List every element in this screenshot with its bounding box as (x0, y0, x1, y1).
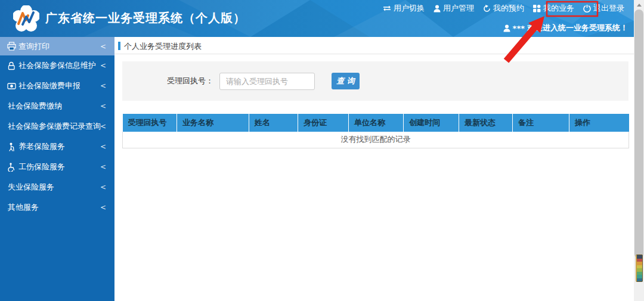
app-window: 广东省统一业务受理系统（个人版） 用户切换 用户管理 (0, 0, 644, 301)
receipt-number-input[interactable] (219, 73, 315, 90)
user-icon (503, 24, 510, 32)
topbar-link-label: 用户切换 (394, 3, 425, 14)
welcome-user-masked: *** (513, 24, 525, 33)
switch-user-icon (383, 5, 391, 12)
floating-plugin-widget[interactable] (636, 255, 643, 282)
sidebar-item-label: 社会保险费缴纳 (8, 101, 62, 111)
lock-icon (7, 61, 16, 70)
page-title: 广东省统一业务受理系统（个人版） (45, 10, 246, 26)
sidebar-item-label: 失业保险服务 (8, 182, 54, 193)
wheelchair-icon (7, 163, 16, 172)
chevron-left-icon: < (100, 82, 106, 90)
topbar-link-label: 用户管理 (443, 3, 474, 14)
sidebar-item-label: 其他服务 (8, 202, 39, 213)
scrollbar-thumb[interactable] (634, 10, 643, 258)
query-button[interactable]: 查 询 (332, 73, 360, 89)
topbar-link-logout[interactable]: 退出登录 (583, 3, 624, 14)
col-business-name: 业务名称 (177, 114, 249, 132)
chevron-left-icon: < (100, 42, 106, 51)
col-action: 操作 (569, 114, 629, 132)
col-latest-status: 最新状态 (459, 114, 513, 132)
chevron-left-icon: < (100, 183, 106, 191)
sidebar-item-label: 社会保险缴费申报 (18, 80, 80, 91)
sidebar-item-label: 养老保险服务 (18, 141, 65, 152)
chevron-left-icon: < (100, 142, 106, 151)
topbar-link-user-admin[interactable]: 用户管理 (434, 3, 474, 14)
user-icon (434, 5, 441, 13)
chevron-left-icon: < (100, 203, 106, 212)
receipt-number-label: 受理回执号： (122, 76, 213, 86)
power-icon (583, 5, 591, 13)
table-empty-row: 没有找到匹配的记录 (123, 132, 629, 148)
widget-stripe (637, 278, 642, 282)
progress-table: 受理回执号 业务名称 姓名 身份证 单位名称 创建时间 最新状态 备注 操作 没… (122, 114, 629, 148)
scrollbar-up-arrow[interactable] (634, 0, 644, 10)
topbar-links: 用户切换 用户管理 我的预约 (383, 3, 624, 14)
col-receipt-number: 受理回执号 (123, 114, 177, 132)
sidebar-item-payment-record-query[interactable]: 社会保险参保缴费记录查询 < (0, 116, 114, 136)
sidebar-item-insurance-info-maintenance[interactable]: 社会保险参保信息维护 < (0, 55, 114, 76)
welcome-text: 欢迎进入统一业务受理系统！ (527, 23, 628, 33)
col-create-time: 创建时间 (404, 114, 459, 132)
table-header-row: 受理回执号 业务名称 姓名 身份证 单位名称 创建时间 最新状态 备注 操作 (123, 114, 629, 132)
sidebar-item-fee-payment[interactable]: 社会保险费缴纳 < (0, 96, 114, 116)
sidebar-item-label: 社会保险参保信息维护 (18, 60, 96, 71)
sidebar-item-query-print[interactable]: 查询打印 < (0, 37, 114, 55)
chevron-left-icon: < (100, 61, 106, 70)
elderly-icon (7, 142, 16, 151)
sidebar-item-label: 工伤保险服务 (18, 162, 65, 172)
sidebar-item-pension-service[interactable]: 养老保险服务 < (0, 136, 114, 157)
banknote-icon (7, 82, 16, 91)
section-header: 个人业务受理进度列表 (114, 37, 634, 54)
sidebar-item-label: 查询打印 (18, 41, 49, 52)
main-content: 个人业务受理进度列表 受理回执号： 查 询 受理回执号 业务名称 姓名 身份证 … (114, 37, 634, 301)
col-remark: 备注 (513, 114, 569, 132)
topbar-link-my-appointments[interactable]: 我的预约 (483, 3, 524, 14)
refresh-icon (483, 5, 491, 13)
topbar-link-label: 我的业务 (543, 3, 574, 14)
sidebar-item-work-injury-service[interactable]: 工伤保险服务 < (0, 157, 114, 177)
sidebar-item-other-services[interactable]: 其他服务 < (0, 197, 114, 218)
chevron-left-icon: < (100, 102, 106, 110)
app-logo (13, 5, 39, 32)
empty-message: 没有找到匹配的记录 (123, 132, 629, 148)
section-title: 个人业务受理进度列表 (124, 41, 202, 52)
chevron-left-icon: < (100, 122, 106, 131)
sidebar-item-payment-declaration[interactable]: 社会保险缴费申报 < (0, 76, 114, 96)
header: 广东省统一业务受理系统（个人版） 用户切换 用户管理 (0, 0, 634, 37)
topbar-link-my-business[interactable]: 我的业务 (533, 3, 574, 14)
sidebar-item-unemployment-service[interactable]: 失业保险服务 < (0, 177, 114, 197)
printer-icon (7, 42, 16, 51)
topbar-link-label: 退出登录 (593, 3, 624, 14)
section-marker (118, 42, 120, 50)
col-name: 姓名 (249, 114, 298, 132)
search-panel: 受理回执号： 查 询 (122, 61, 628, 101)
grid-icon (533, 5, 541, 13)
topbar-link-label: 我的预约 (493, 3, 524, 14)
sidebar: 查询打印 < 社会保险参保信息维护 < 社会保险缴费申报 < 社会保险费缴纳 <… (0, 37, 114, 301)
chevron-left-icon: < (100, 163, 106, 171)
col-id-card: 身份证 (298, 114, 349, 132)
sidebar-item-label: 社会保险参保缴费记录查询 (8, 121, 101, 132)
topbar-link-switch-user[interactable]: 用户切换 (383, 3, 425, 14)
welcome-message: *** 欢迎进入统一业务受理系统！ (503, 23, 628, 33)
col-company-name: 单位名称 (349, 114, 404, 132)
triangle-up-icon (637, 4, 642, 7)
